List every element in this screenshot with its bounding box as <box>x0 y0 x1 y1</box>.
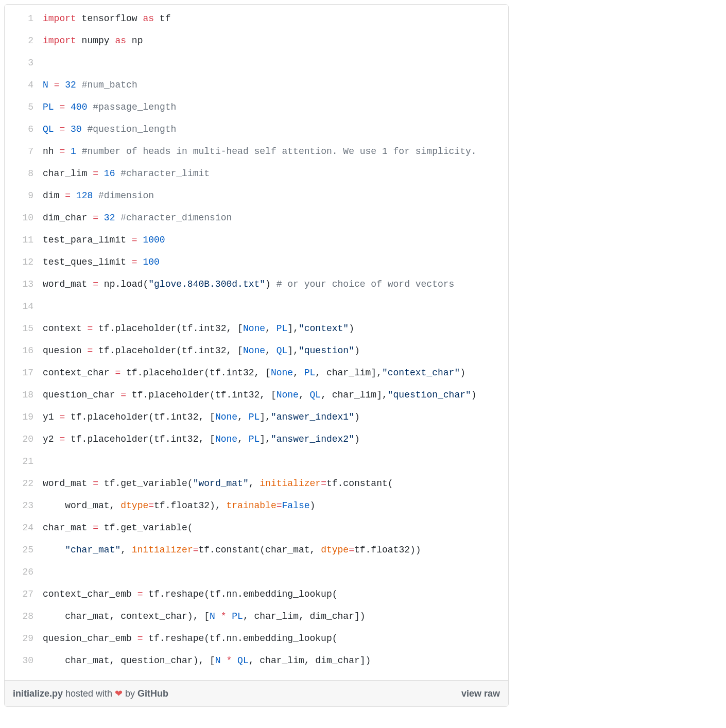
line-number[interactable]: 29 <box>5 628 43 650</box>
line-number[interactable]: 1 <box>5 8 43 30</box>
code-text[interactable]: char_lim = 16 #character_limit <box>43 163 508 185</box>
code-text[interactable] <box>43 561 508 583</box>
code-line: 18question_char = tf.placeholder(tf.int3… <box>5 384 508 406</box>
line-number[interactable]: 6 <box>5 118 43 141</box>
view-raw-link[interactable]: view raw <box>461 688 500 699</box>
line-number[interactable]: 26 <box>5 561 43 583</box>
code-line: 15context = tf.placeholder(tf.int32, [No… <box>5 318 508 340</box>
code-line: 9dim = 128 #dimension <box>5 185 508 207</box>
code-line: 24char_mat = tf.get_variable( <box>5 517 508 539</box>
code-line: 16quesion = tf.placeholder(tf.int32, [No… <box>5 340 508 362</box>
code-line: 23 word_mat, dtype=tf.float32), trainabl… <box>5 495 508 517</box>
code-text[interactable] <box>43 450 508 473</box>
code-text[interactable]: N = 32 #num_batch <box>43 74 508 96</box>
code-line: 20y2 = tf.placeholder(tf.int32, [None, P… <box>5 428 508 450</box>
by-text: by <box>123 688 137 699</box>
code-text[interactable]: test_ques_limit = 100 <box>43 251 508 273</box>
line-number[interactable]: 8 <box>5 163 43 185</box>
code-line: 13word_mat = np.load("glove.840B.300d.tx… <box>5 273 508 296</box>
line-number[interactable]: 13 <box>5 273 43 296</box>
line-number[interactable]: 25 <box>5 539 43 561</box>
code-line: 4N = 32 #num_batch <box>5 74 508 96</box>
gist-filename-link[interactable]: initialize.py <box>13 688 63 699</box>
code-line: 29quesion_char_emb = tf.reshape(tf.nn.em… <box>5 628 508 650</box>
code-line: 11test_para_limit = 1000 <box>5 229 508 251</box>
line-number[interactable]: 12 <box>5 251 43 273</box>
gist-meta-bar: initialize.py hosted with ❤ by GitHub vi… <box>5 680 508 706</box>
line-number[interactable]: 19 <box>5 406 43 428</box>
code-line: 2import numpy as np <box>5 30 508 52</box>
code-line: 5PL = 400 #passage_length <box>5 96 508 118</box>
line-number[interactable]: 28 <box>5 605 43 628</box>
code-line: 10dim_char = 32 #character_dimension <box>5 207 508 229</box>
code-line: 12test_ques_limit = 100 <box>5 251 508 273</box>
gist-container: 1import tensorflow as tf2import numpy as… <box>4 4 509 707</box>
line-number[interactable]: 16 <box>5 340 43 362</box>
heart-icon: ❤ <box>115 688 123 699</box>
code-text[interactable]: char_mat, question_char), [N * QL, char_… <box>43 650 508 672</box>
line-number[interactable]: 30 <box>5 650 43 672</box>
line-number[interactable]: 27 <box>5 583 43 605</box>
code-text[interactable]: PL = 400 #passage_length <box>43 96 508 118</box>
code-text[interactable]: word_mat, dtype=tf.float32), trainable=F… <box>43 495 508 517</box>
code-line: 6QL = 30 #question_length <box>5 118 508 141</box>
code-line: 28 char_mat, context_char), [N * PL, cha… <box>5 605 508 628</box>
code-text[interactable]: char_mat, context_char), [N * PL, char_l… <box>43 605 508 628</box>
code-text[interactable]: QL = 30 #question_length <box>43 118 508 141</box>
code-text[interactable]: dim_char = 32 #character_dimension <box>43 207 508 229</box>
code-text[interactable]: char_mat = tf.get_variable( <box>43 517 508 539</box>
code-line: 7nh = 1 #number of heads in multi-head s… <box>5 141 508 163</box>
code-text[interactable]: word_mat = np.load("glove.840B.300d.txt"… <box>43 273 508 296</box>
line-number[interactable]: 7 <box>5 141 43 163</box>
line-number[interactable]: 2 <box>5 30 43 52</box>
code-text[interactable]: context = tf.placeholder(tf.int32, [None… <box>43 318 508 340</box>
code-line: 17context_char = tf.placeholder(tf.int32… <box>5 362 508 384</box>
code-line: 25 "char_mat", initializer=tf.constant(c… <box>5 539 508 561</box>
code-line: 19y1 = tf.placeholder(tf.int32, [None, P… <box>5 406 508 428</box>
line-number[interactable]: 5 <box>5 96 43 118</box>
code-line: 14 <box>5 296 508 318</box>
code-line: 1import tensorflow as tf <box>5 8 508 30</box>
code-text[interactable]: y1 = tf.placeholder(tf.int32, [None, PL]… <box>43 406 508 428</box>
line-number[interactable]: 15 <box>5 318 43 340</box>
gist-meta-right: view raw <box>461 688 500 699</box>
line-number[interactable]: 3 <box>5 52 43 74</box>
code-text[interactable]: context_char = tf.placeholder(tf.int32, … <box>43 362 508 384</box>
line-number[interactable]: 23 <box>5 495 43 517</box>
code-line: 8char_lim = 16 #character_limit <box>5 163 508 185</box>
code-text[interactable] <box>43 296 508 318</box>
code-text[interactable]: word_mat = tf.get_variable("word_mat", i… <box>43 473 508 495</box>
code-text[interactable]: nh = 1 #number of heads in multi-head se… <box>43 141 508 163</box>
code-text[interactable]: question_char = tf.placeholder(tf.int32,… <box>43 384 508 406</box>
code-text[interactable] <box>43 52 508 74</box>
line-number[interactable]: 21 <box>5 450 43 473</box>
code-line: 21 <box>5 450 508 473</box>
code-text[interactable]: context_char_emb = tf.reshape(tf.nn.embe… <box>43 583 508 605</box>
code-line: 3 <box>5 52 508 74</box>
line-number[interactable]: 9 <box>5 185 43 207</box>
line-number[interactable]: 10 <box>5 207 43 229</box>
code-text[interactable]: quesion = tf.placeholder(tf.int32, [None… <box>43 340 508 362</box>
hosted-with-text: hosted with <box>63 688 115 699</box>
code-line: 22word_mat = tf.get_variable("word_mat",… <box>5 473 508 495</box>
github-link[interactable]: GitHub <box>137 688 168 699</box>
line-number[interactable]: 4 <box>5 74 43 96</box>
code-block[interactable]: 1import tensorflow as tf2import numpy as… <box>5 5 508 680</box>
line-number[interactable]: 11 <box>5 229 43 251</box>
code-text[interactable]: y2 = tf.placeholder(tf.int32, [None, PL]… <box>43 428 508 450</box>
line-number[interactable]: 18 <box>5 384 43 406</box>
code-text[interactable]: import tensorflow as tf <box>43 8 508 30</box>
line-number[interactable]: 17 <box>5 362 43 384</box>
line-number[interactable]: 24 <box>5 517 43 539</box>
code-text[interactable]: dim = 128 #dimension <box>43 185 508 207</box>
gist-meta-left: initialize.py hosted with ❤ by GitHub <box>13 688 168 699</box>
code-text[interactable]: "char_mat", initializer=tf.constant(char… <box>43 539 508 561</box>
code-text[interactable]: import numpy as np <box>43 30 508 52</box>
code-line: 26 <box>5 561 508 583</box>
code-text[interactable]: test_para_limit = 1000 <box>43 229 508 251</box>
line-number[interactable]: 20 <box>5 428 43 450</box>
code-line: 27context_char_emb = tf.reshape(tf.nn.em… <box>5 583 508 605</box>
line-number[interactable]: 14 <box>5 296 43 318</box>
line-number[interactable]: 22 <box>5 473 43 495</box>
code-text[interactable]: quesion_char_emb = tf.reshape(tf.nn.embe… <box>43 628 508 650</box>
